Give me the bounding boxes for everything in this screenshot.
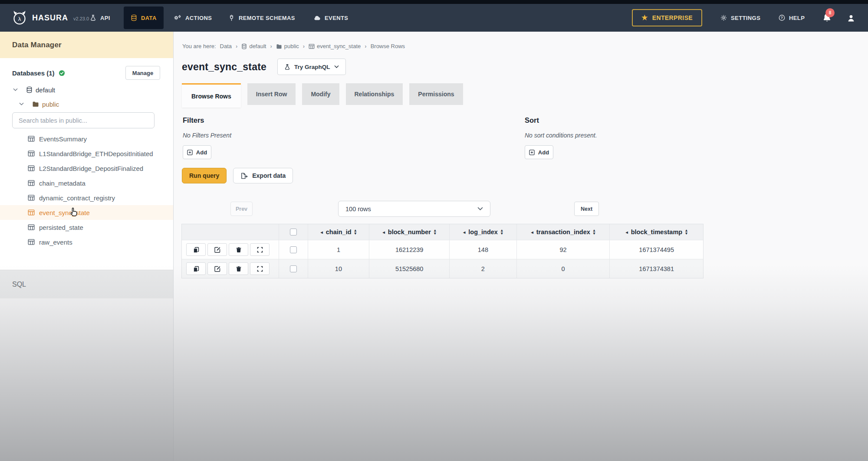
nav-item-actions[interactable]: ACTIONS bbox=[174, 4, 212, 32]
collapse-column-icon[interactable]: ◂ bbox=[531, 230, 533, 235]
table-item-chain-metadata[interactable]: chain_metadata bbox=[0, 176, 173, 190]
tab-browse-rows[interactable]: Browse Rows bbox=[182, 83, 241, 108]
nav-label: EVENTS bbox=[325, 15, 348, 21]
column-header-chain-id[interactable]: ◂ chain_id ▴▾ bbox=[308, 224, 370, 240]
edit-row-button[interactable] bbox=[207, 243, 227, 256]
table-item-event-sync-state[interactable]: event_sync_state bbox=[0, 205, 173, 220]
table-item-persisted-state[interactable]: persisted_state bbox=[0, 220, 173, 235]
breadcrumb-browse-rows[interactable]: Browse Rows bbox=[371, 43, 405, 49]
sidebar-bottom-area bbox=[0, 298, 173, 461]
table-row: 10 51525680 2 0 1671374381 bbox=[182, 259, 703, 278]
database-icon bbox=[26, 86, 33, 93]
manage-button[interactable]: Manage bbox=[125, 66, 160, 80]
notifications-bell[interactable]: 8 bbox=[822, 13, 832, 24]
user-icon bbox=[847, 14, 855, 23]
row-checkbox[interactable] bbox=[290, 265, 297, 272]
chevron-down-icon[interactable] bbox=[19, 102, 24, 106]
nav-item-api[interactable]: API bbox=[90, 4, 110, 32]
version-label: v2.23.0 bbox=[73, 16, 89, 21]
breadcrumb-event-sync-state[interactable]: event_sync_state bbox=[309, 43, 361, 49]
main-content: You are here: Data › default › public › … bbox=[174, 32, 868, 461]
nav-item-help[interactable]: ? HELP bbox=[779, 4, 805, 32]
databases-label: Databases (1) bbox=[12, 69, 55, 77]
tab-modify[interactable]: Modify bbox=[302, 83, 339, 105]
collapse-column-icon[interactable]: ◂ bbox=[463, 230, 465, 235]
table-item-dynamic-contract-registry[interactable]: dynamic_contract_registry bbox=[0, 190, 173, 205]
table-item-l2standardbridge[interactable]: L2StandardBridge_DepositFinalized bbox=[0, 161, 173, 176]
chevron-down-icon bbox=[334, 65, 339, 69]
add-filter-button[interactable]: Add bbox=[183, 145, 211, 159]
chevron-down-icon bbox=[477, 207, 483, 211]
sort-icon[interactable]: ▴▾ bbox=[501, 229, 503, 235]
nav-item-remote-schemas[interactable]: REMOTE SCHEMAS bbox=[228, 4, 295, 32]
enterprise-label: ENTERPRISE bbox=[652, 14, 693, 21]
sort-icon[interactable]: ▴▾ bbox=[355, 229, 357, 235]
nav-item-events[interactable]: EVENTS bbox=[313, 4, 348, 32]
tab-relationships[interactable]: Relationships bbox=[346, 83, 403, 105]
add-sort-button[interactable]: Add bbox=[525, 145, 553, 159]
cell-chain-id: 10 bbox=[308, 259, 370, 278]
table-item-l1standardbridge[interactable]: L1StandardBridge_ETHDepositInitiated bbox=[0, 146, 173, 161]
user-menu[interactable] bbox=[847, 14, 855, 23]
tree-node-schema-public[interactable]: public bbox=[19, 98, 59, 110]
collapse-column-icon[interactable]: ◂ bbox=[321, 230, 323, 235]
rows-per-page-select[interactable]: 100 rows bbox=[338, 201, 490, 217]
svg-text:λ: λ bbox=[18, 16, 21, 22]
filters-section: Filters No Filters Present Add bbox=[183, 116, 231, 159]
cell-block-timestamp: 1671374495 bbox=[610, 240, 703, 259]
row-actions-cell bbox=[182, 240, 279, 259]
sort-icon[interactable]: ▴▾ bbox=[593, 229, 595, 235]
cell-block-number: 51525680 bbox=[369, 259, 450, 278]
export-data-button[interactable]: Export data bbox=[233, 168, 293, 183]
expand-row-button[interactable] bbox=[250, 262, 270, 275]
chevron-down-icon[interactable] bbox=[13, 88, 18, 92]
delete-row-button[interactable] bbox=[229, 243, 248, 256]
gear-icon bbox=[720, 14, 727, 21]
svg-text:?: ? bbox=[781, 16, 783, 20]
row-checkbox-cell bbox=[279, 259, 308, 278]
nav-item-data[interactable]: DATA bbox=[124, 7, 164, 29]
flask-icon bbox=[284, 64, 290, 70]
table-list: EventsSummary L1StandardBridge_ETHDeposi… bbox=[0, 131, 173, 249]
column-header-block-number[interactable]: ◂ block_number ▴▾ bbox=[369, 224, 450, 240]
nav-item-settings[interactable]: SETTINGS bbox=[720, 4, 760, 32]
table-item-eventssummary[interactable]: EventsSummary bbox=[0, 131, 173, 146]
table-item-raw-events[interactable]: raw_events bbox=[0, 235, 173, 249]
breadcrumb-default[interactable]: default bbox=[241, 43, 266, 49]
cell-log-index: 148 bbox=[450, 240, 517, 259]
collapse-column-icon[interactable]: ◂ bbox=[383, 230, 385, 235]
delete-row-button[interactable] bbox=[229, 262, 248, 275]
tab-permissions[interactable]: Permissions bbox=[409, 83, 463, 105]
sidebar-item-sql[interactable]: SQL bbox=[0, 270, 173, 298]
clone-row-button[interactable] bbox=[186, 262, 206, 275]
column-header-log-index[interactable]: ◂ log_index ▴▾ bbox=[450, 224, 517, 240]
breadcrumb-public[interactable]: public bbox=[276, 43, 299, 49]
clone-row-button[interactable] bbox=[186, 243, 206, 256]
sort-icon[interactable]: ▴▾ bbox=[434, 229, 436, 235]
expand-row-button[interactable] bbox=[250, 243, 270, 256]
flask-icon bbox=[90, 14, 96, 21]
edit-row-button[interactable] bbox=[207, 262, 227, 275]
column-header-transaction-index[interactable]: ◂ transaction_index ▴▾ bbox=[517, 224, 610, 240]
row-actions-cell bbox=[182, 259, 279, 278]
databases-row: Databases (1) Manage bbox=[12, 65, 160, 80]
next-page-button[interactable]: Next bbox=[574, 202, 599, 216]
hasura-brand[interactable]: λ HASURA v2.23.0 bbox=[11, 4, 89, 32]
row-checkbox[interactable] bbox=[290, 246, 297, 253]
cell-chain-id: 1 bbox=[308, 240, 370, 259]
tab-insert-row[interactable]: Insert Row bbox=[247, 83, 296, 105]
tree-node-database-default[interactable]: default bbox=[13, 84, 55, 95]
enterprise-button[interactable]: ★ ENTERPRISE bbox=[632, 9, 702, 26]
try-graphql-button[interactable]: Try GraphQL bbox=[277, 59, 346, 75]
star-icon: ★ bbox=[641, 14, 648, 21]
collapse-column-icon[interactable]: ◂ bbox=[626, 230, 628, 235]
select-all-checkbox[interactable] bbox=[290, 229, 297, 235]
cell-block-number: 16212239 bbox=[369, 240, 450, 259]
breadcrumb: You are here: Data › default › public › … bbox=[182, 43, 405, 49]
column-header-block-timestamp[interactable]: ◂ block_timestamp ▴▾ bbox=[610, 224, 703, 240]
breadcrumb-data[interactable]: Data bbox=[220, 43, 232, 49]
search-input[interactable] bbox=[12, 112, 155, 128]
prev-page-button[interactable]: Prev bbox=[230, 202, 253, 216]
run-query-button[interactable]: Run query bbox=[182, 168, 227, 183]
sort-icon[interactable]: ▴▾ bbox=[685, 229, 687, 235]
